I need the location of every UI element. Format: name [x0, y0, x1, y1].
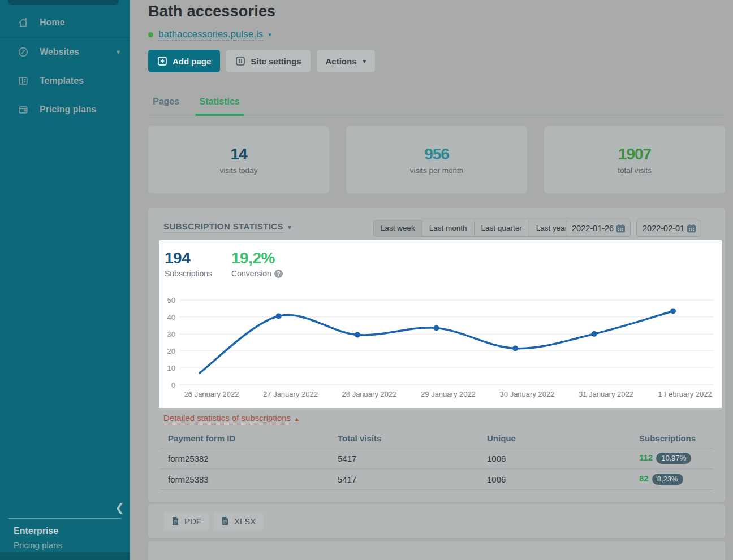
svg-text:31 January 2022: 31 January 2022 [579, 390, 633, 398]
date-from-input[interactable]: 2022-01-26 [566, 220, 631, 237]
plan-pricing-link[interactable]: Pricing plans [14, 540, 62, 550]
actions-label: Actions [326, 57, 357, 66]
chevron-down-icon[interactable]: ▾ [268, 31, 271, 38]
svg-text:50: 50 [167, 296, 175, 305]
export-pdf-label: PDF [184, 516, 201, 526]
globe-icon [18, 46, 29, 58]
range-last-week[interactable]: Last week [374, 220, 422, 236]
cell-total-visits: 5417 [330, 454, 479, 463]
conversion-value: 19,2% [231, 249, 283, 267]
subscription-statistics-panel: SUBSCRIPTION STATISTICS ▼ Last week Last… [148, 208, 725, 502]
chart-spotlight: 194 Subscriptions 19,2% Conversion ? 010… [159, 240, 722, 408]
detailed-statistics-label: Detailed statistics of subscriptions [163, 413, 291, 424]
next-section-panel [148, 541, 725, 560]
range-last-quarter[interactable]: Last quarter [474, 220, 529, 236]
sidebar-item-label: Home [40, 18, 64, 28]
conversion-rate-badge: 8,23% [652, 474, 683, 485]
sidebar-item-label: Templates [40, 76, 84, 86]
conversion-label: Conversion [231, 269, 271, 278]
templates-icon [18, 75, 29, 86]
date-to-value: 2022-02-01 [643, 224, 684, 233]
svg-text:1 February 2022: 1 February 2022 [658, 390, 712, 398]
stat-value: 1907 [618, 145, 651, 163]
tab-statistics[interactable]: Statistics [195, 90, 244, 115]
site-status-dot [148, 32, 153, 37]
add-page-button[interactable]: Add page [148, 50, 220, 72]
svg-text:26 January 2022: 26 January 2022 [184, 390, 239, 398]
chevron-down-icon: ▼ [287, 224, 292, 231]
sliders-icon [235, 56, 245, 66]
stat-label: total visits [618, 166, 651, 175]
cell-form-id: form25382 [160, 454, 330, 463]
subscriptions-value: 194 [165, 249, 212, 267]
stat-cards: 14 visits today 956 visits per month 190… [148, 126, 725, 193]
subscriptions-metric: 194 Subscriptions [165, 249, 212, 278]
sidebar-item-templates[interactable]: Templates [0, 70, 130, 92]
svg-text:30 January 2022: 30 January 2022 [500, 390, 555, 398]
plus-square-icon [157, 56, 167, 66]
sidebar-item-pricing-plans[interactable]: Pricing plans [0, 98, 130, 121]
conversion-rate-badge: 10,97% [656, 453, 691, 464]
stat-label: visits today [220, 166, 258, 175]
table-row: form25382 5417 1006 11210,97% [160, 448, 713, 469]
detailed-statistics-toggle[interactable]: Detailed statistics of subscriptions ▲ [163, 413, 300, 424]
cell-subscriptions: 828,23% [631, 474, 713, 485]
site-settings-button[interactable]: Site settings [226, 50, 310, 72]
col-total-visits: Total visits [330, 433, 479, 443]
sidebar-item-websites[interactable]: Websites ▾ [0, 41, 130, 63]
date-from-value: 2022-01-26 [572, 224, 614, 233]
svg-text:28 January 2022: 28 January 2022 [342, 390, 397, 398]
calendar-icon [616, 224, 626, 233]
svg-text:40: 40 [167, 313, 175, 322]
cell-unique: 1006 [479, 475, 631, 484]
chevron-down-icon: ▾ [117, 48, 120, 56]
date-to-input[interactable]: 2022-02-01 [636, 220, 701, 237]
document-icon [171, 516, 180, 526]
subscriptions-label: Subscriptions [165, 269, 212, 278]
chevron-up-icon: ▲ [294, 416, 300, 422]
tab-pages[interactable]: Pages [148, 90, 184, 115]
site-settings-label: Site settings [251, 57, 301, 66]
svg-text:29 January 2022: 29 January 2022 [421, 390, 476, 398]
calendar-icon [687, 224, 696, 233]
chevron-down-icon: ▾ [363, 58, 366, 65]
stat-card-visits-today: 14 visits today [148, 126, 329, 193]
site-domain-link[interactable]: bathaccessories.pulse.is [158, 29, 263, 41]
subscriptions-count: 82 [639, 474, 649, 483]
export-xlsx-button[interactable]: XLSX [213, 511, 263, 531]
cell-form-id: form25383 [160, 475, 330, 484]
sidebar-divider [0, 37, 130, 38]
col-unique: Unique [479, 433, 631, 443]
range-last-month[interactable]: Last month [422, 220, 474, 236]
table-row: form25383 5417 1006 828,23% [160, 469, 713, 490]
page-title: Bath accessories [148, 3, 275, 20]
col-payment-form-id: Payment form ID [160, 433, 330, 443]
export-pdf-button[interactable]: PDF [163, 511, 209, 531]
sidebar-item-home[interactable]: Home [0, 11, 130, 34]
export-panel: PDF XLSX [148, 504, 725, 538]
wallet-icon [18, 104, 29, 115]
svg-text:30: 30 [167, 330, 175, 338]
help-icon[interactable]: ? [274, 270, 283, 278]
svg-text:0: 0 [171, 381, 175, 389]
sidebar-bottom-strip [0, 552, 130, 560]
actions-button[interactable]: Actions ▾ [317, 50, 376, 72]
svg-text:10: 10 [167, 364, 175, 372]
table-header-row: Payment form ID Total visits Unique Subs… [160, 429, 713, 448]
col-subscriptions: Subscriptions [631, 433, 713, 443]
cell-subscriptions: 11210,97% [631, 453, 713, 464]
conversion-metric: 19,2% Conversion ? [231, 249, 283, 278]
sidebar-collapse-icon[interactable]: ❮ [115, 501, 124, 514]
svg-text:27 January 2022: 27 January 2022 [263, 390, 318, 398]
subscriptions-count: 112 [639, 453, 653, 462]
export-xlsx-label: XLSX [234, 516, 256, 526]
document-icon [221, 516, 230, 526]
subscription-statistics-toggle[interactable]: SUBSCRIPTION STATISTICS ▼ [163, 222, 292, 233]
home-icon [18, 17, 29, 28]
plan-name: Enterprise [14, 526, 58, 536]
cell-unique: 1006 [479, 454, 631, 463]
sidebar-item-label: Pricing plans [40, 105, 96, 115]
sidebar-item-label: Websites [40, 47, 79, 57]
subscriptions-table: Payment form ID Total visits Unique Subs… [160, 429, 713, 490]
site-row: bathaccessories.pulse.is ▾ [148, 29, 271, 41]
